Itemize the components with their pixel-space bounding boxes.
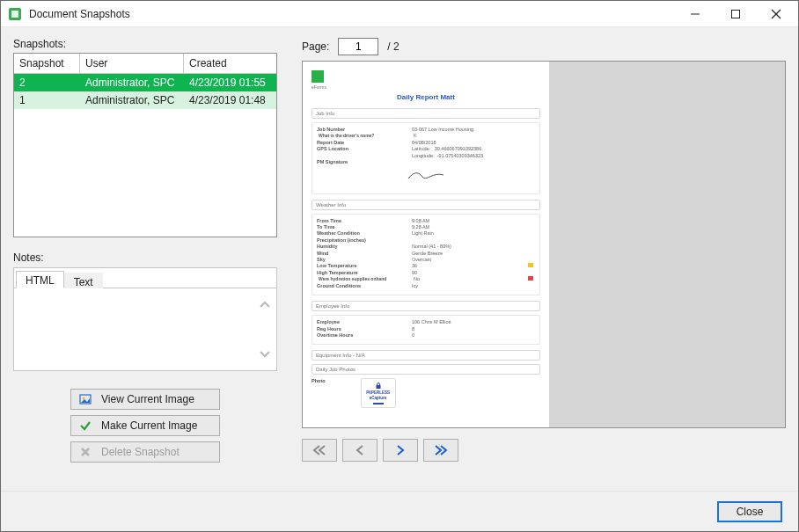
button-label: Make Current Image	[101, 419, 197, 432]
close-button[interactable]: Close	[717, 501, 782, 522]
next-page-button[interactable]	[383, 439, 418, 462]
table-row[interactable]: 1 Administrator, SPC 4/23/2019 01:48	[14, 91, 276, 109]
titlebar: Document Snapshots	[1, 1, 798, 27]
page-label: Page:	[302, 40, 329, 53]
notes-tabs: HTML Text	[13, 267, 277, 288]
action-buttons: View Current Image Make Current Image De…	[13, 389, 277, 463]
last-page-button[interactable]	[423, 439, 458, 462]
signature-icon	[317, 170, 535, 183]
employee-block: Employee106 Chris M Elliott Reg Hours8 O…	[312, 315, 540, 345]
prev-page-button[interactable]	[342, 439, 378, 462]
doc-logo-icon	[312, 70, 324, 83]
doc-title: Daily Report Matt	[312, 93, 540, 101]
snapshots-label: Snapshots:	[13, 38, 277, 50]
svg-point-7	[83, 397, 85, 400]
page-total: / 2	[387, 40, 399, 53]
delete-icon	[78, 445, 92, 459]
cell-created: 4/23/2019 01:55	[184, 74, 276, 91]
section-employee: Employee Info	[312, 301, 540, 311]
delete-snapshot-button[interactable]: Delete Snapshot	[70, 441, 220, 463]
cell-created: 4/23/2019 01:48	[184, 91, 276, 109]
cell-snapshot: 1	[14, 91, 80, 109]
svg-rect-10	[376, 385, 380, 389]
flag-yellow-icon	[528, 263, 533, 267]
weather-block: From Time9:08 AM To Time9:28 AM Weather …	[312, 214, 540, 296]
photo-thumb: PAPERLESS eCapture	[361, 378, 396, 408]
flag-red-icon	[528, 276, 533, 281]
left-panel: Snapshots: Snapshot User Created 2 Admin…	[13, 38, 277, 478]
doc-eforms-label: eForms	[312, 84, 540, 90]
window-title: Document Snapshots	[29, 8, 675, 20]
chevron-up-icon[interactable]	[259, 299, 271, 311]
svg-rect-1	[11, 11, 18, 18]
close-window-button[interactable]	[756, 1, 796, 26]
col-snapshot[interactable]: Snapshot	[14, 54, 80, 73]
notes-body[interactable]	[13, 288, 277, 371]
page-bar: Page: / 2	[302, 38, 786, 55]
section-weather: Weather Info	[312, 200, 540, 210]
nav-buttons	[302, 439, 786, 462]
app-icon	[8, 7, 22, 21]
col-user[interactable]: User	[80, 54, 184, 73]
document-page: eForms Daily Report Matt Job Info Job Nu…	[303, 62, 549, 427]
lock-icon	[375, 383, 382, 390]
button-label: Delete Snapshot	[101, 446, 180, 458]
svg-rect-3	[732, 10, 740, 18]
preview-pad	[549, 62, 785, 427]
footer: Close	[1, 491, 798, 531]
first-page-button[interactable]	[302, 439, 337, 462]
maximize-button[interactable]	[715, 1, 756, 26]
image-icon	[78, 392, 92, 406]
minimize-button[interactable]	[675, 1, 715, 26]
section-equipment: Equipment Info - N/A	[312, 350, 540, 361]
tab-text[interactable]: Text	[64, 273, 103, 290]
cell-user: Administrator, SPC	[80, 91, 184, 109]
page-input[interactable]	[338, 38, 378, 55]
table-row[interactable]: 2 Administrator, SPC 4/23/2019 01:55	[14, 74, 276, 91]
section-photos: Daily Job Photos	[312, 364, 540, 375]
cell-snapshot: 2	[14, 74, 80, 91]
document-preview[interactable]: eForms Daily Report Matt Job Info Job Nu…	[302, 61, 786, 428]
tab-html[interactable]: HTML	[16, 271, 64, 288]
grid-header: Snapshot User Created	[14, 54, 276, 74]
cell-user: Administrator, SPC	[80, 74, 184, 91]
right-panel: Page: / 2 eForms Daily Report Matt Job I…	[302, 38, 786, 478]
notes-label: Notes:	[13, 251, 277, 264]
job-block: Job Number03-067 Low Income Housing What…	[312, 122, 540, 194]
col-created[interactable]: Created	[184, 54, 276, 73]
chevron-down-icon[interactable]	[259, 348, 271, 361]
content: Snapshots: Snapshot User Created 2 Admin…	[1, 27, 798, 491]
section-job: Job Info	[312, 108, 540, 119]
view-current-image-button[interactable]: View Current Image	[70, 389, 220, 410]
make-current-image-button[interactable]: Make Current Image	[70, 415, 220, 436]
scroll-hint[interactable]	[259, 299, 273, 361]
window: Document Snapshots Snapshots: Snapshot U…	[0, 0, 799, 532]
window-controls	[675, 1, 796, 26]
snapshots-grid[interactable]: Snapshot User Created 2 Administrator, S…	[13, 53, 277, 237]
button-label: View Current Image	[101, 393, 194, 405]
photo-block: Photo PAPERLESS eCapture	[312, 378, 540, 408]
check-icon	[78, 419, 92, 433]
